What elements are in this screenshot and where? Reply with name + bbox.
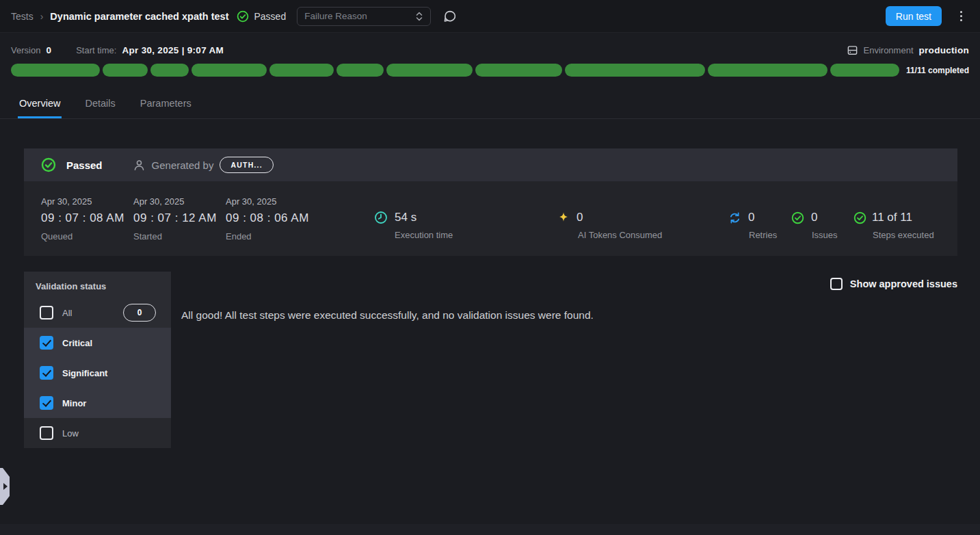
- metric-execution-time: 54 s Execution time: [374, 211, 453, 240]
- top-header: Tests › Dynamic parameter cached xpath t…: [0, 0, 980, 33]
- failure-reason-placeholder: Failure Reason: [304, 11, 367, 21]
- filter-critical-label: Critical: [62, 338, 92, 348]
- start-time: Start time: Apr 30, 2025 | 9:07 AM: [76, 45, 224, 55]
- show-approved-issues[interactable]: Show approved issues: [830, 278, 957, 290]
- issues-count-badge: 0: [123, 304, 156, 322]
- version-label: Version: [11, 45, 40, 55]
- steps-executed-label: Steps executed: [873, 230, 934, 240]
- progress-segment[interactable]: [475, 64, 562, 77]
- comment-bubble-icon: [443, 10, 457, 23]
- retries-value: 0: [748, 211, 754, 224]
- progress-segment[interactable]: [269, 64, 334, 77]
- started-date: Apr 30, 2025: [133, 196, 217, 207]
- timestamp-started: Apr 30, 2025 09 : 07 : 12 AM Started: [133, 196, 217, 242]
- footer-strip: [0, 524, 980, 535]
- failure-reason-select[interactable]: Failure Reason: [297, 7, 431, 26]
- started-label: Started: [133, 231, 217, 242]
- run-summary-body: Apr 30, 2025 09 : 07 : 08 AM Queued Apr …: [24, 181, 957, 256]
- ai-tokens-label: AI Tokens Consumed: [578, 230, 662, 240]
- ended-label: Ended: [226, 231, 309, 242]
- check-circle-icon: [791, 211, 804, 224]
- checkbox-all[interactable]: [40, 306, 53, 319]
- filter-significant[interactable]: Significant: [24, 358, 171, 388]
- tab-parameters[interactable]: Parameters: [139, 92, 193, 118]
- comment-button[interactable]: [443, 10, 457, 23]
- kebab-menu-icon[interactable]: [953, 8, 969, 25]
- steps-executed-value: 11 of 11: [872, 211, 912, 224]
- sparkle-icon: [557, 211, 570, 224]
- test-run-page: Tests › Dynamic parameter cached xpath t…: [0, 0, 980, 535]
- generated-by-badge[interactable]: AUTH...: [220, 157, 273, 173]
- environment-label: Environment: [864, 45, 914, 55]
- filter-low-label: Low: [62, 428, 79, 439]
- expand-drawer-handle[interactable]: [0, 468, 11, 506]
- ended-date: Apr 30, 2025: [226, 196, 309, 207]
- progress-segment[interactable]: [11, 64, 100, 77]
- progress-segment[interactable]: [191, 64, 267, 77]
- environment: Environment production: [847, 44, 969, 56]
- filter-significant-label: Significant: [62, 368, 107, 378]
- filter-minor-label: Minor: [62, 398, 86, 408]
- version-value: 0: [46, 45, 51, 55]
- filter-all[interactable]: All 0: [24, 298, 171, 328]
- checkbox-show-approved[interactable]: [830, 278, 843, 290]
- progress-track: [11, 64, 899, 77]
- environment-icon: [847, 44, 858, 56]
- all-good-message: All good! All test steps were executed s…: [181, 309, 594, 322]
- checkbox-low[interactable]: [40, 426, 53, 440]
- person-icon: [133, 159, 146, 172]
- progress-segment[interactable]: [830, 64, 899, 77]
- queued-time: 09 : 07 : 08 AM: [41, 211, 124, 225]
- execution-time-value: 54 s: [395, 211, 416, 224]
- filter-critical[interactable]: Critical: [24, 328, 171, 358]
- metric-ai-tokens: 0 AI Tokens Consumed: [557, 211, 662, 240]
- checkbox-significant[interactable]: [40, 366, 53, 380]
- refresh-icon: [728, 211, 741, 224]
- execution-time-label: Execution time: [395, 230, 453, 240]
- tab-overview[interactable]: Overview: [18, 92, 62, 118]
- chevron-updown-icon: [415, 11, 423, 22]
- environment-value: production: [919, 45, 970, 55]
- start-time-label: Start time:: [76, 45, 116, 55]
- run-summary-header: Passed Generated by AUTH...: [24, 148, 957, 181]
- show-approved-label: Show approved issues: [850, 278, 957, 289]
- page-title: Dynamic parameter cached xpath test: [50, 11, 228, 22]
- clock-icon: [374, 211, 388, 224]
- run-test-button[interactable]: Run test: [886, 6, 942, 26]
- progress-segment[interactable]: [150, 64, 189, 77]
- run-status-label: Passed: [66, 159, 103, 171]
- run-summary-card: Passed Generated by AUTH... Apr 30, 2025…: [24, 148, 957, 256]
- status-label: Passed: [254, 11, 286, 22]
- filter-minor[interactable]: Minor: [24, 388, 171, 418]
- retries-label: Retries: [749, 230, 777, 240]
- progress-segment[interactable]: [708, 64, 827, 77]
- issues-value: 0: [811, 211, 817, 224]
- metric-retries: 0 Retries: [728, 211, 777, 240]
- breadcrumb-tests[interactable]: Tests: [11, 11, 34, 22]
- validation-status-panel: Validation status All 0 Critical Signifi…: [24, 272, 171, 448]
- timestamp-ended: Apr 30, 2025 09 : 08 : 06 AM Ended: [226, 196, 309, 242]
- breadcrumb-separator-icon: ›: [40, 11, 44, 22]
- started-time: 09 : 07 : 12 AM: [133, 211, 217, 225]
- meta-row: Version 0 Start time: Apr 30, 2025 | 9:0…: [0, 41, 980, 59]
- metric-steps-executed: 11 of 11 Steps executed: [853, 211, 934, 240]
- ended-time: 09 : 08 : 06 AM: [226, 211, 309, 225]
- chevron-right-icon: [0, 468, 11, 506]
- timestamp-queued: Apr 30, 2025 09 : 07 : 08 AM Queued: [41, 196, 124, 242]
- start-time-value: Apr 30, 2025 | 9:07 AM: [122, 45, 224, 55]
- checkbox-minor[interactable]: [40, 396, 53, 410]
- filter-all-label: All: [62, 308, 72, 318]
- progress-segment[interactable]: [565, 64, 705, 77]
- metric-issues: 0 Issues: [791, 211, 838, 240]
- progress-segment[interactable]: [336, 64, 384, 77]
- progress-segment[interactable]: [386, 64, 473, 77]
- queued-date: Apr 30, 2025: [41, 196, 124, 207]
- filter-low[interactable]: Low: [24, 418, 171, 448]
- progress-segment[interactable]: [103, 64, 148, 77]
- check-circle-icon: [41, 157, 56, 172]
- generated-by: Generated by AUTH...: [133, 157, 274, 173]
- checkbox-critical[interactable]: [40, 336, 53, 350]
- tab-details[interactable]: Details: [83, 92, 116, 118]
- queued-label: Queued: [41, 231, 124, 242]
- check-circle-icon: [237, 10, 249, 23]
